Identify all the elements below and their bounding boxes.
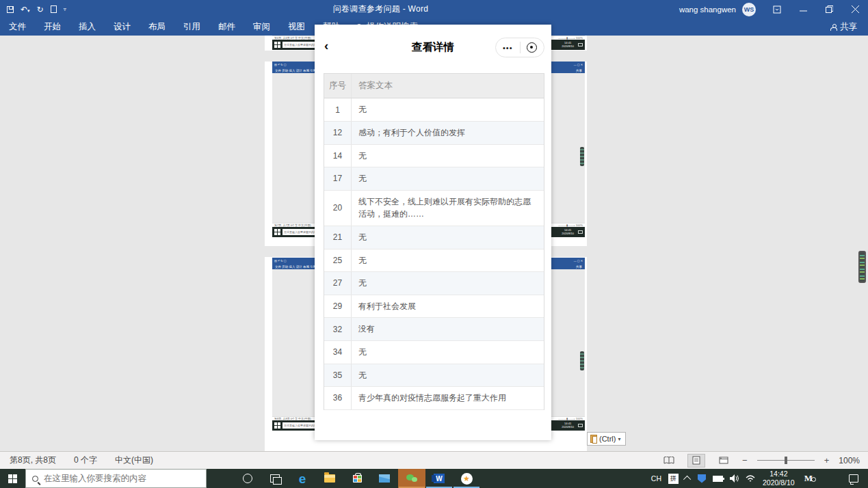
star-app-button[interactable]: ★ [453, 469, 480, 488]
close-button[interactable] [842, 0, 868, 18]
cell-answer-text: 无 [352, 98, 544, 121]
read-mode-icon[interactable] [660, 454, 678, 467]
word-count[interactable]: 0 个字 [74, 455, 97, 466]
tab-mailings[interactable]: 邮件 [209, 18, 244, 36]
mini-scrollbar [580, 147, 584, 166]
tab-layout[interactable]: 布局 [140, 18, 174, 36]
speaker-icon [730, 474, 739, 483]
cell-answer-text: 无 [352, 364, 544, 387]
table-row: 29 有利于社会发展 [324, 295, 544, 318]
column-header-text: 答案文本 [352, 74, 544, 98]
volume-tray-button[interactable] [726, 469, 742, 488]
battery-icon [713, 476, 723, 482]
tray-date: 2020/8/10 [763, 478, 795, 487]
cortana-button[interactable] [234, 469, 261, 488]
cell-number: 36 [324, 387, 352, 409]
vertical-scrollbar-thumb[interactable] [858, 251, 866, 283]
redo-icon[interactable]: ↻ [37, 5, 44, 14]
taskbar-search-box[interactable] [25, 469, 207, 488]
ime-mode-button[interactable]: 拼 [665, 469, 682, 488]
security-tray-button[interactable] [694, 469, 709, 488]
mail-button[interactable] [371, 469, 398, 488]
qat-customize-icon[interactable]: ▿ [64, 7, 66, 12]
language-indicator[interactable]: 中文(中国) [115, 455, 153, 466]
file-explorer-button[interactable] [316, 469, 343, 488]
cell-number: 32 [324, 318, 352, 340]
more-menu-button[interactable]: ••• [496, 38, 520, 57]
page-indicator[interactable]: 第8页, 共8页 [10, 455, 56, 466]
star-app-icon: ★ [461, 473, 473, 485]
person-icon [830, 24, 837, 30]
tab-design[interactable]: 设计 [105, 18, 140, 36]
mini-notification-icon [578, 43, 583, 46]
wechat-miniprogram-screenshot: ‹ 查看详情 ••• 序号 答案文本 1 无 12 感动；有利于个人价值的 [315, 25, 551, 440]
touch-mode-icon[interactable] [51, 5, 57, 13]
table-row: 12 感动；有利于个人价值的发挥 [324, 122, 544, 145]
cell-number: 27 [324, 272, 352, 295]
tab-review[interactable]: 审阅 [244, 18, 279, 36]
ribbon-display-options-icon[interactable] [764, 0, 790, 18]
ellipsis-icon: ••• [503, 44, 513, 52]
edge-icon: e [299, 472, 306, 485]
store-icon [353, 475, 362, 483]
tab-insert[interactable]: 插入 [70, 18, 105, 36]
im-tray-button[interactable]: M [799, 469, 818, 488]
user-avatar[interactable]: WS [742, 3, 756, 16]
system-tray: CH 拼 14:42 2020/8/10 M [648, 469, 868, 488]
mini-scrollbar [580, 351, 584, 370]
zoom-in-button[interactable]: + [824, 455, 830, 465]
cell-number: 14 [324, 145, 352, 167]
wechat-button[interactable] [398, 469, 425, 488]
signed-in-user[interactable]: wang shangwen [679, 5, 736, 14]
save-icon[interactable] [7, 6, 14, 13]
microsoft-store-button[interactable] [343, 469, 371, 488]
minimize-button[interactable] [790, 0, 816, 18]
paste-options-button[interactable]: (Ctrl) ▾ [587, 432, 626, 446]
table-row: 1 无 [324, 98, 544, 122]
quick-access-toolbar: ↶▾ ↻ ▿ [0, 5, 82, 14]
task-view-button[interactable] [261, 469, 289, 488]
table-row: 14 无 [324, 145, 544, 168]
table-row: 17 无 [324, 167, 544, 191]
zoom-slider-thumb[interactable] [785, 457, 787, 464]
windows-logo-icon [8, 474, 17, 483]
print-layout-icon[interactable] [687, 454, 705, 467]
word-status-bar: 第8页, 共8页 0 个字 中文(中国) − + 100% [0, 451, 868, 469]
undo-icon[interactable]: ↶▾ [21, 5, 30, 14]
cell-number: 35 [324, 364, 352, 387]
cell-number: 21 [324, 226, 352, 249]
tab-home[interactable]: 开始 [35, 18, 70, 36]
web-layout-icon[interactable] [715, 454, 733, 467]
table-row: 32 没有 [324, 318, 544, 341]
window-title: 问卷调查参考问题 - Word [82, 3, 679, 15]
edge-button[interactable]: e [289, 469, 316, 488]
network-tray-button[interactable] [742, 469, 759, 488]
zoom-percentage[interactable]: 100% [839, 456, 860, 465]
mini-start-icon [274, 422, 281, 429]
action-center-button[interactable] [845, 469, 868, 488]
folder-icon [324, 474, 335, 483]
cell-answer-text: 无 [352, 249, 544, 272]
table-row: 34 无 [324, 341, 544, 364]
battery-tray-button[interactable] [709, 469, 726, 488]
restore-button[interactable] [816, 0, 842, 18]
wifi-icon [746, 475, 755, 483]
tab-references[interactable]: 引用 [174, 18, 209, 36]
start-button[interactable] [0, 469, 25, 488]
cell-number: 29 [324, 295, 352, 318]
cell-number: 17 [324, 167, 352, 190]
share-button[interactable]: 共享 [830, 21, 868, 33]
zoom-slider[interactable] [757, 460, 815, 461]
chevron-up-icon [683, 476, 691, 483]
clock[interactable]: 14:42 2020/8/10 [759, 469, 799, 488]
exit-miniprogram-button[interactable] [521, 38, 544, 57]
search-input[interactable] [44, 474, 191, 483]
word-taskbar-button[interactable]: W [425, 469, 453, 488]
tab-file[interactable]: 文件 [0, 18, 35, 36]
tab-view[interactable]: 视图 [279, 18, 314, 36]
hidden-icons-button[interactable] [682, 469, 694, 488]
clipboard-icon [590, 435, 597, 443]
zoom-out-button[interactable]: − [742, 455, 748, 465]
ime-language[interactable]: CH [648, 469, 665, 488]
table-row: 35 无 [324, 364, 544, 388]
